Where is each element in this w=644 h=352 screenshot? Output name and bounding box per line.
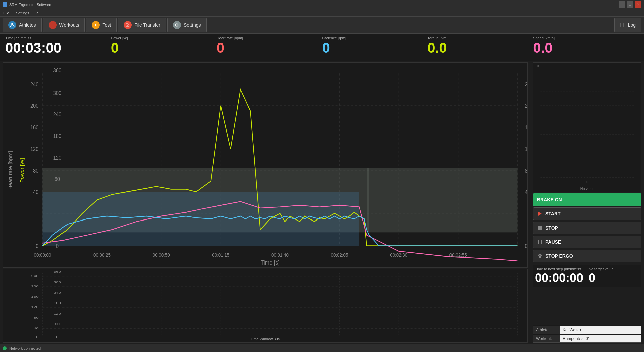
- cadence-value: 0: [322, 41, 427, 55]
- svg-rect-107: [533, 63, 641, 192]
- settings-icon: ⚙: [173, 21, 181, 29]
- pause-button[interactable]: PAUSE: [533, 236, 641, 248]
- svg-point-0: [11, 23, 13, 25]
- svg-text:40: 40: [525, 189, 527, 195]
- svg-rect-122: [541, 240, 542, 244]
- control-buttons: BRAKE ON START STOP PAUSE STOP ERGO: [533, 193, 641, 262]
- stop-ergo-icon: [537, 253, 543, 259]
- svg-rect-121: [538, 240, 539, 244]
- svg-text:00:02:30: 00:02:30: [390, 252, 407, 258]
- power-label: Power [W]: [111, 36, 217, 40]
- nav-athletes-label: Athletes: [19, 22, 36, 28]
- close-button[interactable]: ✕: [635, 1, 641, 8]
- charts-panel: 240 200 160 120 80 40 0 360 300 240 180 …: [0, 61, 530, 344]
- svg-text:160: 160: [31, 295, 38, 298]
- network-status-text: Network connected: [9, 346, 41, 350]
- svg-text:120: 120: [30, 146, 39, 152]
- svg-text:0: 0: [56, 335, 58, 338]
- time-window-label: Time Window 30s: [251, 337, 280, 341]
- svg-text:40: 40: [34, 326, 39, 330]
- status-bar: Network connected: [0, 344, 644, 352]
- nav-workouts-label: Workouts: [59, 22, 79, 28]
- menu-file[interactable]: File: [2, 10, 11, 16]
- svg-text:80: 80: [33, 168, 38, 174]
- stop-ergo-button[interactable]: STOP ERGO: [533, 250, 641, 262]
- workout-key: Workout:: [533, 335, 560, 342]
- svg-text:360: 360: [53, 67, 61, 73]
- stop-ergo-label: STOP ERGO: [545, 253, 573, 259]
- start-label: START: [545, 211, 561, 216]
- nav-workouts-button[interactable]: Workouts: [43, 18, 85, 32]
- svg-rect-75: [3, 269, 527, 342]
- nav-test-label: Test: [102, 22, 111, 28]
- svg-text:120: 120: [53, 155, 61, 161]
- svg-text:200: 200: [31, 285, 38, 288]
- hr-label: Heart rate [bpm]: [217, 36, 322, 40]
- maximize-button[interactable]: □: [627, 1, 633, 8]
- stop-button[interactable]: STOP: [533, 222, 641, 234]
- transfer-icon: [124, 21, 132, 29]
- svg-text:Time [s]: Time [s]: [261, 259, 280, 266]
- nav-transfer-button[interactable]: File Transfer: [118, 18, 166, 32]
- svg-text:80: 80: [525, 168, 527, 174]
- pause-label: PAUSE: [545, 239, 561, 245]
- svg-text:0: 0: [36, 335, 38, 338]
- svg-text:160: 160: [30, 124, 39, 130]
- svg-text:40: 40: [33, 189, 38, 195]
- svg-text:60: 60: [55, 176, 60, 182]
- svg-text:00:01:15: 00:01:15: [212, 252, 229, 258]
- svg-text:200: 200: [30, 103, 39, 109]
- svg-rect-4: [54, 25, 54, 27]
- step-time-label: Time to next step [hh:mm:ss]: [535, 267, 586, 271]
- svg-text:360: 360: [54, 270, 61, 273]
- menu-bar: File Settings ?: [0, 9, 644, 17]
- svg-text:60: 60: [55, 322, 60, 326]
- menu-settings[interactable]: Settings: [15, 10, 31, 16]
- svg-text:0: 0: [537, 64, 539, 68]
- time-stat: Time [hh:mm:ss] 00:03:00: [5, 36, 111, 55]
- svg-text:Power [W]: Power [W]: [19, 158, 25, 183]
- start-icon: [537, 211, 543, 216]
- svg-text:180: 180: [53, 133, 61, 139]
- svg-text:00:00:25: 00:00:25: [93, 252, 111, 258]
- app-title: SRM Ergometer Software: [9, 3, 51, 7]
- test-icon: [92, 21, 100, 29]
- svg-text:80: 80: [34, 316, 39, 319]
- title-bar: SRM Ergometer Software — □ ✕: [0, 0, 644, 9]
- main-chart-container: 240 200 160 120 80 40 0 360 300 240 180 …: [3, 62, 528, 268]
- nav-bar: Athletes Workouts Test File Transfer ⚙ S…: [0, 17, 644, 34]
- menu-help[interactable]: ?: [34, 10, 39, 16]
- speed-stat: Speed [km/h] 0.0: [533, 36, 639, 55]
- pause-icon: [537, 239, 543, 245]
- svg-marker-119: [538, 212, 542, 216]
- nav-test-button[interactable]: Test: [86, 18, 117, 32]
- svg-text:240: 240: [53, 111, 61, 117]
- start-button[interactable]: START: [533, 207, 641, 220]
- brake-on-label: BRAKE ON: [537, 197, 562, 202]
- nav-athletes-button[interactable]: Athletes: [3, 18, 42, 32]
- right-panel: 0 0 No value BRAKE ON START STOP PAUSE: [530, 61, 644, 344]
- brake-on-button[interactable]: BRAKE ON: [533, 193, 641, 206]
- workout-value: Rampentest 01: [560, 335, 641, 342]
- nav-settings-label: Settings: [184, 22, 201, 28]
- torque-value: 0.0: [427, 41, 533, 55]
- svg-text:160: 160: [525, 124, 527, 130]
- step-target-value: 0: [589, 271, 639, 285]
- svg-text:0: 0: [586, 180, 588, 184]
- power-value: 0: [111, 41, 217, 55]
- bottom-chart-svg: 240 200 160 120 80 40 0 360 300 240 180 …: [3, 269, 527, 342]
- svg-rect-32: [367, 168, 517, 232]
- step-info: Time to next step [hh:mm:ss] 00:00:00 No…: [533, 265, 641, 287]
- main-chart-xlabel: [3, 267, 527, 269]
- athlete-key: Athlete:: [533, 326, 560, 334]
- log-button[interactable]: Log: [614, 18, 641, 32]
- svg-text:No value: No value: [580, 187, 594, 191]
- minimize-button[interactable]: —: [619, 1, 625, 8]
- svg-rect-123: [539, 256, 541, 258]
- nav-settings-button[interactable]: ⚙ Settings: [167, 18, 207, 32]
- step-target-label: No target value: [589, 267, 639, 271]
- main-chart-svg: 240 200 160 120 80 40 0 360 300 240 180 …: [3, 63, 527, 267]
- svg-text:0: 0: [525, 243, 527, 249]
- cadence-stat: Cadence [rpm] 0: [322, 36, 427, 55]
- svg-rect-3: [53, 24, 53, 27]
